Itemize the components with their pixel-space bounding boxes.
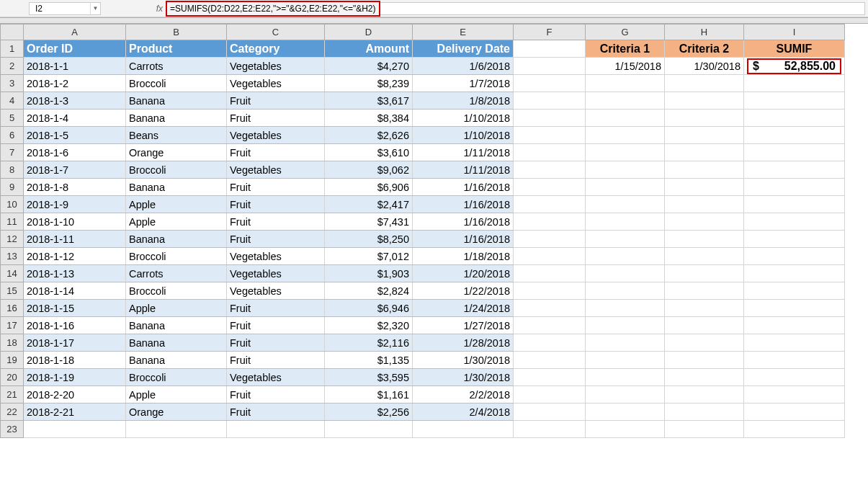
- cell-orderid[interactable]: 2018-1-10: [24, 213, 126, 231]
- cell-product[interactable]: Carrots: [126, 265, 227, 282]
- cell-date[interactable]: 1/11/2018: [413, 161, 514, 179]
- col-header-B[interactable]: B: [126, 24, 227, 40]
- cell-product[interactable]: Carrots: [126, 58, 227, 75]
- header-sumif[interactable]: SUMIF: [744, 40, 845, 58]
- cell[interactable]: [665, 282, 744, 300]
- cell-date[interactable]: 1/16/2018: [413, 196, 514, 213]
- cell-amount[interactable]: $8,250: [325, 231, 413, 248]
- cell-category[interactable]: Vegetables: [227, 161, 325, 179]
- cell-category[interactable]: Vegetables: [227, 127, 325, 144]
- cell-orderid[interactable]: 2018-1-7: [24, 161, 126, 179]
- cell[interactable]: [514, 75, 586, 92]
- row-header[interactable]: 8: [1, 161, 24, 179]
- cell-category[interactable]: Vegetables: [227, 282, 325, 300]
- cell-amount[interactable]: $2,626: [325, 127, 413, 144]
- cell[interactable]: [744, 369, 845, 386]
- cell-orderid[interactable]: 2018-1-16: [24, 317, 126, 334]
- cell[interactable]: [665, 421, 744, 438]
- cell-date[interactable]: 1/20/2018: [413, 265, 514, 282]
- cell-amount[interactable]: $1,903: [325, 265, 413, 282]
- cell-product[interactable]: Banana: [126, 92, 227, 110]
- cell-amount[interactable]: $3,617: [325, 92, 413, 110]
- cell-product[interactable]: Broccoli: [126, 75, 227, 92]
- cell[interactable]: [744, 127, 845, 144]
- formula-input[interactable]: =SUMIFS(D2:D22,E2:E22,">="&G2,E2:E22,"<=…: [166, 1, 380, 17]
- fx-icon[interactable]: fx: [144, 4, 166, 14]
- cell-category[interactable]: Fruit: [227, 334, 325, 352]
- sumif-result[interactable]: $ 52,855.00: [744, 58, 845, 75]
- cell[interactable]: [744, 75, 845, 92]
- cell[interactable]: [24, 421, 126, 438]
- cell[interactable]: [586, 196, 665, 213]
- cell[interactable]: [665, 248, 744, 265]
- cell[interactable]: [586, 404, 665, 421]
- cell[interactable]: [744, 161, 845, 179]
- row-header[interactable]: 13: [1, 248, 24, 265]
- cell[interactable]: [586, 352, 665, 369]
- cell[interactable]: [665, 161, 744, 179]
- cell-amount[interactable]: $7,431: [325, 213, 413, 231]
- cell-category[interactable]: Fruit: [227, 404, 325, 421]
- cell[interactable]: [665, 144, 744, 161]
- cell-amount[interactable]: $8,384: [325, 110, 413, 127]
- cell[interactable]: [586, 213, 665, 231]
- cell[interactable]: [744, 300, 845, 317]
- cell[interactable]: [514, 110, 586, 127]
- cell-orderid[interactable]: 2018-1-6: [24, 144, 126, 161]
- formula-input-overflow[interactable]: [380, 2, 865, 15]
- cell-date[interactable]: 1/28/2018: [413, 334, 514, 352]
- cell-amount[interactable]: $3,610: [325, 144, 413, 161]
- cell[interactable]: [227, 421, 325, 438]
- cell-amount[interactable]: $2,320: [325, 317, 413, 334]
- cell[interactable]: [744, 110, 845, 127]
- cell-product[interactable]: Apple: [126, 196, 227, 213]
- cell-amount[interactable]: $8,239: [325, 75, 413, 92]
- cell-orderid[interactable]: 2018-1-18: [24, 352, 126, 369]
- cell[interactable]: [514, 179, 586, 196]
- cell-orderid[interactable]: 2018-1-9: [24, 196, 126, 213]
- cell[interactable]: [514, 386, 586, 404]
- cell-amount[interactable]: $4,270: [325, 58, 413, 75]
- cell[interactable]: [665, 265, 744, 282]
- cell[interactable]: [514, 196, 586, 213]
- cell-product[interactable]: Beans: [126, 127, 227, 144]
- col-header-G[interactable]: G: [586, 24, 665, 40]
- col-header-D[interactable]: D: [325, 24, 413, 40]
- cell-orderid[interactable]: 2018-2-21: [24, 404, 126, 421]
- row-header[interactable]: 4: [1, 92, 24, 110]
- cell[interactable]: [744, 334, 845, 352]
- cell-product[interactable]: Broccoli: [126, 248, 227, 265]
- cell[interactable]: [744, 144, 845, 161]
- cell-product[interactable]: Banana: [126, 317, 227, 334]
- row-header[interactable]: 16: [1, 300, 24, 317]
- cell[interactable]: [514, 404, 586, 421]
- cell[interactable]: [665, 92, 744, 110]
- cell[interactable]: [744, 196, 845, 213]
- cell-category[interactable]: Fruit: [227, 213, 325, 231]
- row-header[interactable]: 22: [1, 404, 24, 421]
- name-box-dropdown-icon[interactable]: ▼: [90, 3, 100, 14]
- cell-product[interactable]: Apple: [126, 213, 227, 231]
- header-amount[interactable]: Amount: [325, 40, 413, 58]
- cell-category[interactable]: Vegetables: [227, 369, 325, 386]
- cell-date[interactable]: 1/8/2018: [413, 92, 514, 110]
- row-header[interactable]: 14: [1, 265, 24, 282]
- row-header[interactable]: 1: [1, 40, 24, 58]
- cell[interactable]: [586, 144, 665, 161]
- cell[interactable]: [665, 110, 744, 127]
- row-header[interactable]: 15: [1, 282, 24, 300]
- cell-orderid[interactable]: 2018-2-20: [24, 386, 126, 404]
- row-header[interactable]: 17: [1, 317, 24, 334]
- cell[interactable]: [325, 421, 413, 438]
- cell-date[interactable]: 1/6/2018: [413, 58, 514, 75]
- cell-amount[interactable]: $1,161: [325, 386, 413, 404]
- row-header[interactable]: 9: [1, 179, 24, 196]
- cell-category[interactable]: Fruit: [227, 179, 325, 196]
- cell-product[interactable]: Banana: [126, 231, 227, 248]
- cell[interactable]: [586, 369, 665, 386]
- cell[interactable]: [665, 369, 744, 386]
- cell-orderid[interactable]: 2018-1-1: [24, 58, 126, 75]
- cell-orderid[interactable]: 2018-1-15: [24, 300, 126, 317]
- cell-category[interactable]: Vegetables: [227, 58, 325, 75]
- cell[interactable]: [514, 265, 586, 282]
